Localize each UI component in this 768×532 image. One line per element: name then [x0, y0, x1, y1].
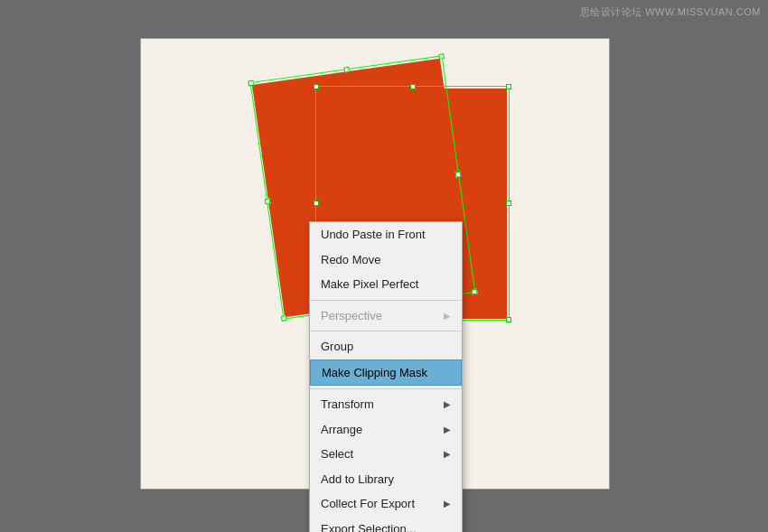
watermark: 思绘设计论坛 WWW.MISSVUAN.COM — [580, 5, 761, 19]
submenu-arrow-collect-for-export: ▶ — [444, 497, 451, 510]
menu-label-add-to-library: Add to Library — [321, 471, 394, 489]
submenu-arrow-perspective: ▶ — [444, 309, 451, 322]
menu-label-group: Group — [321, 338, 353, 356]
separator-separator-2 — [310, 331, 462, 331]
menu-label-collect-for-export: Collect For Export — [321, 495, 415, 513]
menu-item-redo-move[interactable]: Redo Move — [310, 247, 462, 273]
menu-item-make-pixel-perfect[interactable]: Make Pixel Perfect — [310, 272, 462, 297]
menu-item-make-clipping-mask[interactable]: Make Clipping Mask — [310, 359, 462, 387]
menu-item-perspective: Perspective▶ — [310, 303, 462, 329]
menu-item-arrange[interactable]: Arrange▶ — [310, 417, 462, 443]
menu-item-collect-for-export[interactable]: Collect For Export▶ — [310, 491, 462, 517]
menu-item-select[interactable]: Select▶ — [310, 442, 462, 467]
menu-label-select: Select — [321, 445, 353, 463]
menu-label-make-pixel-perfect: Make Pixel Perfect — [321, 275, 418, 294]
submenu-arrow-transform: ▶ — [444, 397, 451, 411]
menu-item-transform[interactable]: Transform▶ — [310, 392, 462, 417]
menu-item-export-selection[interactable]: Export Selection... — [310, 517, 462, 533]
menu-item-undo-paste[interactable]: Undo Paste in Front — [310, 222, 462, 247]
menu-label-export-selection: Export Selection... — [321, 520, 417, 533]
submenu-arrow-arrange: ▶ — [444, 423, 451, 436]
menu-label-undo-paste: Undo Paste in Front — [321, 226, 426, 244]
menu-label-make-clipping-mask: Make Clipping Mask — [322, 364, 427, 382]
separator-separator-3 — [310, 388, 462, 389]
menu-item-add-to-library[interactable]: Add to Library — [310, 467, 462, 492]
menu-item-group[interactable]: Group — [310, 334, 462, 359]
menu-label-perspective: Perspective — [321, 307, 382, 325]
menu-label-transform: Transform — [321, 396, 374, 414]
separator-separator-1 — [310, 300, 462, 301]
menu-label-arrange: Arrange — [321, 421, 362, 439]
context-menu: Undo Paste in FrontRedo MoveMake Pixel P… — [309, 221, 463, 532]
menu-label-redo-move: Redo Move — [321, 251, 380, 269]
submenu-arrow-select: ▶ — [444, 447, 451, 461]
